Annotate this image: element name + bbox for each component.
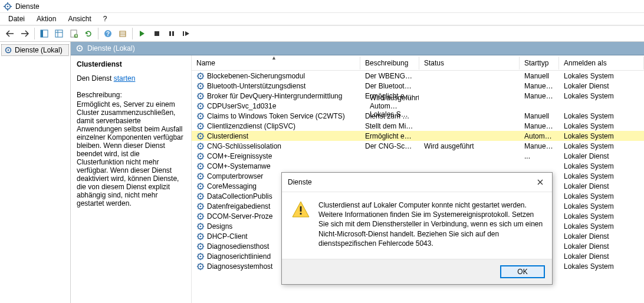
service-row[interactable]: ClusterdienstErmöglicht es,...Automa...L… xyxy=(192,131,644,141)
service-name: Bluetooth-Unterstützungsdienst xyxy=(207,82,305,90)
nav-back-button[interactable] xyxy=(4,27,17,40)
start-link[interactable]: starten xyxy=(114,74,136,83)
service-logon: Lokaler Dienst xyxy=(559,82,644,90)
service-action-line: Den Dienst starten xyxy=(77,74,185,83)
service-row[interactable]: Clientlizenzdienst (ClipSVC)Stellt dem M… xyxy=(192,121,644,131)
tree-root-label: Dienste (Lokal) xyxy=(15,46,63,54)
column-header-desc[interactable]: Beschreibung xyxy=(360,57,419,70)
export-list-button[interactable] xyxy=(52,27,65,40)
content-header-title: Dienste (Lokal) xyxy=(87,44,135,52)
column-header-start[interactable]: Starttyp xyxy=(520,57,559,70)
service-desc: Stellt dem Mic... xyxy=(360,122,419,130)
svg-line-143 xyxy=(202,188,203,189)
window-titlebar: Dienste xyxy=(0,0,644,13)
service-logon: Lokales System xyxy=(559,192,644,200)
start-service-button[interactable] xyxy=(136,27,149,40)
service-row[interactable]: COM+-Ereignissyste...Lokaler Dienst xyxy=(192,151,644,161)
nav-forward-button[interactable] xyxy=(18,27,31,40)
svg-line-155 xyxy=(202,193,203,194)
service-name: DHCP-Client xyxy=(207,232,248,241)
toolbar-separator xyxy=(98,28,98,39)
svg-line-212 xyxy=(198,253,199,254)
svg-line-154 xyxy=(198,198,199,199)
svg-line-45 xyxy=(202,83,203,84)
svg-line-145 xyxy=(202,183,203,184)
tree-root-item[interactable]: Dienste (Lokal) xyxy=(1,44,69,56)
column-header-status[interactable]: Status xyxy=(419,57,520,70)
service-name: Clusterdienst xyxy=(207,132,248,140)
dialog-ok-button[interactable]: OK xyxy=(500,265,545,278)
svg-text:?: ? xyxy=(106,31,110,37)
svg-line-35 xyxy=(202,73,203,74)
svg-line-184 xyxy=(198,228,199,229)
service-name: Datenfreigabedienst xyxy=(207,202,270,210)
svg-line-192 xyxy=(198,233,199,234)
gear-icon xyxy=(196,132,205,140)
service-logon: Lokaler Dienst xyxy=(559,252,644,261)
gear-icon xyxy=(196,102,205,110)
gear-icon xyxy=(196,172,205,180)
gear-icon xyxy=(196,252,205,261)
svg-line-94 xyxy=(198,138,199,139)
service-name: COM+-Systemanwe xyxy=(207,162,271,170)
service-row[interactable]: Bluetooth-UnterstützungsdienstDer Blueto… xyxy=(192,81,644,91)
menu-file[interactable]: Datei xyxy=(4,14,29,24)
dialog-ok-label: OK xyxy=(517,268,527,276)
export-button[interactable] xyxy=(116,27,129,40)
restart-service-button[interactable] xyxy=(180,27,193,40)
svg-line-163 xyxy=(202,208,203,209)
svg-point-23 xyxy=(8,50,9,51)
service-desc: Der WBENGIN... xyxy=(360,72,419,80)
svg-line-173 xyxy=(202,218,203,219)
column-header-logon[interactable]: Anmelden als xyxy=(559,57,644,70)
menu-help[interactable]: ? xyxy=(98,14,112,24)
service-row[interactable]: Blockebenen-SicherungsmodulDer WBENGIN..… xyxy=(192,71,644,81)
service-row[interactable]: CNG-SchlüsselisolationDer CNG-Schl...Wir… xyxy=(192,141,644,151)
service-name: Blockebenen-Sicherungsmodul xyxy=(207,72,305,80)
action-prefix: Den Dienst xyxy=(77,74,114,83)
svg-line-102 xyxy=(198,143,199,144)
menu-view[interactable]: Ansicht xyxy=(63,14,96,24)
dialog-close-button[interactable] xyxy=(533,176,547,188)
svg-point-117 xyxy=(200,165,202,167)
svg-line-32 xyxy=(198,73,199,74)
svg-rect-20 xyxy=(172,31,174,36)
svg-line-113 xyxy=(202,158,203,159)
dialog-titlebar: Dienste xyxy=(282,173,552,192)
svg-line-122 xyxy=(198,163,199,164)
properties-button[interactable] xyxy=(67,27,80,40)
dialog-footer: OK xyxy=(282,259,552,284)
description-label: Beschreibung: xyxy=(77,91,185,99)
service-name: CDPUserSvc_1d031e xyxy=(207,102,276,110)
service-row[interactable]: CDPUserSvc_1d031eWird ausgeführtAutoma..… xyxy=(192,101,644,111)
service-row[interactable]: Claims to Windows Token Service (C2WTS)D… xyxy=(192,111,644,121)
svg-line-124 xyxy=(198,168,199,169)
svg-point-127 xyxy=(200,175,202,177)
svg-line-54 xyxy=(198,98,199,98)
svg-line-193 xyxy=(202,238,203,239)
pause-service-button[interactable] xyxy=(165,27,178,40)
gear-icon xyxy=(196,92,205,100)
service-name: Clientlizenzdienst (ClipSVC) xyxy=(207,122,295,130)
service-name: Diagnosediensthost xyxy=(207,242,269,251)
service-start: Manuell xyxy=(520,72,559,80)
service-logon: Lokales System xyxy=(559,172,644,180)
error-dialog: Dienste Clusterdienst auf Lokaler Comput… xyxy=(281,172,553,285)
gear-icon xyxy=(196,192,205,200)
service-row[interactable]: COM+-SystemanweLokales System xyxy=(192,161,644,171)
dialog-body: Clusterdienst auf Lokaler Computer konnt… xyxy=(282,192,552,259)
refresh-button[interactable] xyxy=(82,27,95,40)
svg-rect-18 xyxy=(155,31,159,36)
svg-line-204 xyxy=(198,248,199,249)
svg-rect-226 xyxy=(300,206,302,212)
stop-service-button[interactable] xyxy=(150,27,163,40)
help-button[interactable]: ? xyxy=(101,27,114,40)
menu-action[interactable]: Aktion xyxy=(32,14,61,24)
service-name: DataCollectionPublis xyxy=(207,192,272,200)
svg-rect-227 xyxy=(300,213,302,215)
gear-icon xyxy=(196,142,205,150)
svg-line-104 xyxy=(198,148,199,149)
svg-line-194 xyxy=(198,238,199,239)
service-start: Automa... xyxy=(520,132,559,140)
show-hide-tree-button[interactable] xyxy=(38,27,51,40)
